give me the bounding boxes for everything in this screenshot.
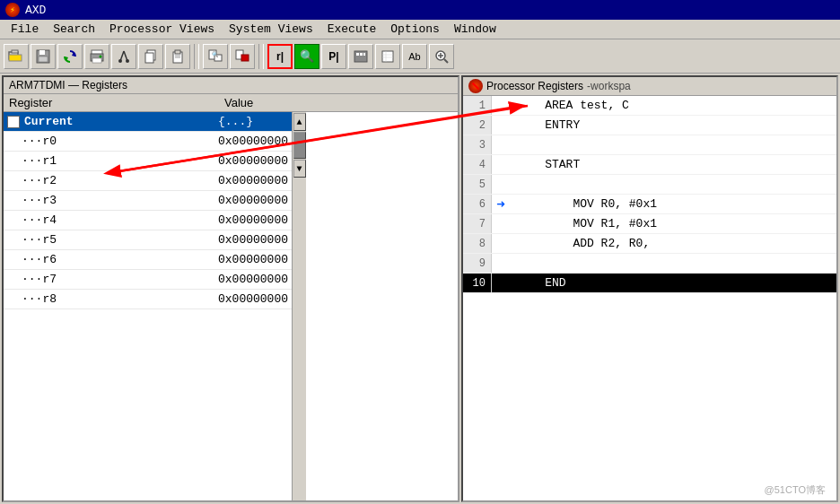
- svg-rect-2: [9, 55, 22, 61]
- register-value-r8: 0x00000000: [214, 292, 292, 306]
- line-number-1: 1: [463, 96, 492, 115]
- code-panel-title-text: Processor Registers: [486, 80, 583, 92]
- svg-point-15: [126, 59, 129, 63]
- register-row-r4[interactable]: ···r4 0x00000000: [4, 211, 292, 230]
- register-name-r3: ···r3: [4, 194, 214, 207]
- svg-text:🔍: 🔍: [212, 51, 219, 58]
- menu-bar: File Search Processor Views System Views…: [0, 20, 840, 39]
- line-number-9: 9: [463, 254, 492, 273]
- register-name-r4: ···r4: [4, 213, 214, 227]
- svg-rect-27: [354, 51, 367, 62]
- code-panel-title: Processor Registers-workspa: [463, 77, 836, 96]
- svg-rect-29: [360, 53, 363, 56]
- toolbar-ab-view[interactable]: Ab: [402, 44, 427, 69]
- register-row-r6[interactable]: ···r6 0x00000000: [4, 250, 292, 270]
- toolbar-watch[interactable]: [375, 44, 400, 69]
- toolbar-find1[interactable]: 🔍: [203, 44, 228, 69]
- menu-execute[interactable]: Execute: [320, 21, 384, 38]
- register-row-r5[interactable]: ···r5 0x00000000: [4, 230, 292, 250]
- svg-rect-4: [39, 50, 45, 55]
- code-area[interactable]: 1 AREA test, C 2 ENTRY 3 4 START: [463, 96, 836, 500]
- toolbar-open[interactable]: [4, 44, 29, 69]
- svg-rect-10: [92, 58, 101, 63]
- register-value-r5: 0x00000000: [214, 233, 292, 247]
- register-name-r1: ···r1: [4, 154, 214, 168]
- register-name-r7: ···r7: [4, 273, 214, 286]
- search-reg-icon: 🔍: [300, 49, 314, 64]
- expand-icon[interactable]: −: [7, 116, 20, 128]
- toolbar-zoom[interactable]: [429, 44, 454, 69]
- menu-search[interactable]: Search: [46, 21, 102, 38]
- line-number-4: 4: [463, 155, 492, 174]
- line-number-10: 10: [463, 274, 492, 292]
- register-scrollbar[interactable]: ▲ ▼: [292, 112, 306, 500]
- svg-rect-31: [382, 51, 393, 62]
- toolbar-proc-view[interactable]: P|: [321, 44, 346, 69]
- register-row-r3[interactable]: ···r3 0x00000000: [4, 191, 292, 211]
- register-value-current: {...}: [214, 115, 292, 128]
- register-value-r0: 0x00000000: [214, 135, 292, 148]
- toolbar: 🔍 r| 🔍 P| Ab: [0, 39, 840, 74]
- toolbar-sep-1: [194, 44, 199, 69]
- toolbar-save[interactable]: [31, 44, 56, 69]
- watermark: @51CTO博客: [765, 483, 826, 497]
- line-text-2: ENTRY: [510, 118, 836, 132]
- menu-window[interactable]: Window: [447, 21, 503, 38]
- toolbar-print[interactable]: [84, 44, 109, 69]
- register-row-r8[interactable]: ···r8 0x00000000: [4, 290, 292, 309]
- toolbar-sep-2: [258, 44, 264, 69]
- code-line-9: 9: [463, 254, 836, 274]
- toolbar-search-reg[interactable]: 🔍: [294, 44, 319, 69]
- toolbar-cut[interactable]: [111, 44, 136, 69]
- ab-icon: Ab: [408, 51, 420, 62]
- menu-system-views[interactable]: System Views: [222, 21, 320, 38]
- line-text-1: AREA test, C: [510, 99, 836, 112]
- menu-options[interactable]: Options: [383, 21, 447, 38]
- svg-rect-5: [39, 56, 48, 62]
- register-value-r2: 0x00000000: [214, 174, 292, 187]
- toolbar-find2[interactable]: [230, 44, 255, 69]
- line-number-2: 2: [463, 116, 492, 135]
- register-row-r2[interactable]: ···r2 0x00000000: [4, 171, 292, 191]
- svg-rect-28: [356, 53, 359, 56]
- register-rows[interactable]: − Current {...} ···r0 0x00000000 ···r1 0…: [4, 112, 292, 479]
- line-text-8: ADD R2, R0,: [510, 237, 836, 250]
- app-title: AXD: [25, 4, 46, 17]
- line-number-7: 7: [463, 214, 492, 233]
- line-text-6: MOV R0, #0x1: [510, 197, 836, 211]
- svg-point-11: [100, 55, 102, 57]
- toolbar-reg-view[interactable]: r|: [267, 44, 293, 69]
- toolbar-mem-view[interactable]: [348, 44, 373, 69]
- code-panel-subtitle: -workspa: [587, 80, 631, 92]
- code-line-7: 7 MOV R1, #0x1: [463, 214, 836, 234]
- register-name-r8: ···r8: [4, 292, 214, 306]
- toolbar-copy[interactable]: [138, 44, 163, 69]
- register-row-current[interactable]: − Current {...}: [4, 112, 292, 132]
- register-row-r7[interactable]: ···r7 0x00000000: [4, 270, 292, 290]
- main-content: ARM7TDMI — Registers Register Value − Cu…: [0, 74, 840, 504]
- svg-rect-1: [12, 50, 18, 53]
- app-icon: [5, 3, 20, 17]
- register-name-r5: ···r5: [4, 233, 214, 247]
- line-number-3: 3: [463, 135, 492, 154]
- code-line-1: 1 AREA test, C: [463, 96, 836, 116]
- code-line-5: 5: [463, 175, 836, 195]
- line-number-8: 8: [463, 234, 492, 253]
- svg-rect-17: [145, 53, 153, 63]
- code-line-8: 8 ADD R2, R0,: [463, 234, 836, 254]
- code-line-10: 10 END: [463, 274, 836, 293]
- svg-rect-30: [363, 53, 365, 56]
- register-row-r1[interactable]: ···r1 0x00000000: [4, 152, 292, 171]
- menu-file[interactable]: File: [4, 21, 46, 38]
- line-number-5: 5: [463, 175, 492, 194]
- register-value-r1: 0x00000000: [214, 154, 292, 168]
- menu-processor-views[interactable]: Processor Views: [102, 21, 222, 38]
- register-value-r6: 0x00000000: [214, 253, 292, 266]
- register-name-r6: ···r6: [4, 253, 214, 266]
- register-col-header: Register: [4, 95, 219, 110]
- register-row-r0[interactable]: ···r0 0x00000000: [4, 132, 292, 152]
- register-name-r0: ···r0: [4, 135, 214, 148]
- toolbar-paste[interactable]: [165, 44, 190, 69]
- toolbar-reload[interactable]: [57, 44, 83, 69]
- code-line-6: 6 ➜ MOV R0, #0x1: [463, 195, 836, 214]
